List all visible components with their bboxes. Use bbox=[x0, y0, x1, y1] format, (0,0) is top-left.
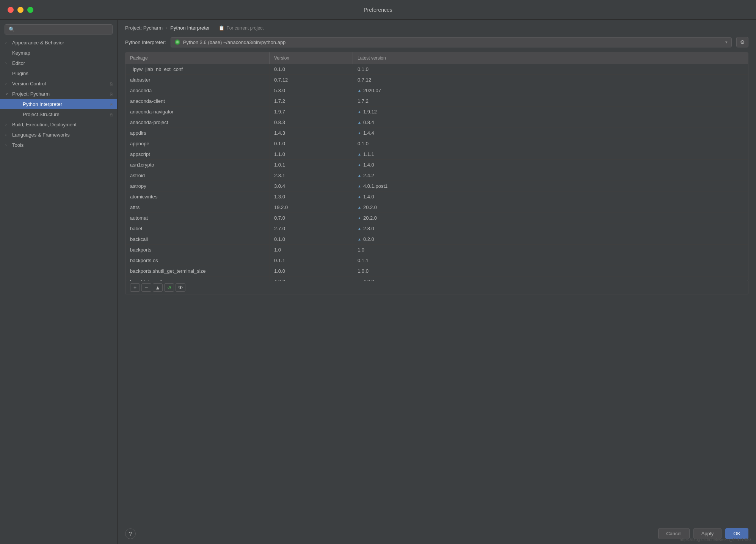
search-box[interactable]: 🔍 bbox=[5, 24, 113, 35]
table-row[interactable]: astropy3.0.4▲4.0.1.post1 bbox=[125, 181, 748, 192]
sidebar-item-appearance-behavior[interactable]: ›Appearance & Behavior bbox=[0, 38, 117, 48]
table-row[interactable]: anaconda-project0.8.3▲0.8.4 bbox=[125, 117, 748, 128]
latest-version-text: 0.1.0 bbox=[358, 141, 369, 146]
latest-version-text: 0.1.1 bbox=[358, 258, 369, 263]
remove-package-button[interactable]: − bbox=[141, 283, 151, 292]
eye-button[interactable]: 👁 bbox=[176, 283, 185, 292]
package-version: 1.9.7 bbox=[270, 107, 353, 117]
window-title: Preferences bbox=[364, 7, 392, 13]
sidebar-item-build-execution[interactable]: ›Build, Execution, Deployment bbox=[0, 119, 117, 130]
chevron-down-icon: ▾ bbox=[725, 40, 728, 45]
interpreter-value: Python 3.6 (base) ~/anaconda3/bin/python… bbox=[183, 39, 286, 45]
table-row[interactable]: asn1crypto1.0.1▲1.4.0 bbox=[125, 160, 748, 170]
table-row[interactable]: appscript1.1.0▲1.1.1 bbox=[125, 149, 748, 160]
close-button[interactable] bbox=[8, 7, 14, 13]
package-version: 5.3.0 bbox=[270, 85, 353, 96]
sidebar-item-tools[interactable]: ›Tools bbox=[0, 140, 117, 150]
search-input[interactable] bbox=[17, 27, 108, 32]
package-name: astropy bbox=[125, 181, 270, 191]
upgrade-arrow-icon: ▲ bbox=[358, 195, 361, 199]
package-latest-version: 0.1.0 bbox=[353, 138, 748, 149]
package-version: 4.8.0 bbox=[270, 277, 353, 281]
table-row[interactable]: anaconda5.3.0▲2020.07 bbox=[125, 85, 748, 96]
package-name: beautifulsoup4 bbox=[125, 277, 270, 281]
interpreter-settings-button[interactable]: ⚙ bbox=[736, 37, 748, 47]
sidebar-item-version-control[interactable]: ›Version Control⎘ bbox=[0, 79, 117, 89]
table-row[interactable]: alabaster0.7.120.7.12 bbox=[125, 75, 748, 85]
table-row[interactable]: anaconda-client1.7.21.7.2 bbox=[125, 96, 748, 107]
package-latest-version: ▲4.9.3 bbox=[353, 277, 748, 281]
table-row[interactable]: backcall0.1.0▲0.2.0 bbox=[125, 234, 748, 245]
reload-icon: ↺ bbox=[167, 285, 171, 291]
package-version: 1.0 bbox=[270, 245, 353, 255]
table-row[interactable]: astroid2.3.1▲2.4.2 bbox=[125, 170, 748, 181]
package-latest-version: 1.7.2 bbox=[353, 96, 748, 106]
package-name: automat bbox=[125, 213, 270, 223]
package-name: backports.os bbox=[125, 255, 270, 266]
table-row[interactable]: appnope0.1.00.1.0 bbox=[125, 138, 748, 149]
table-row[interactable]: _ipyw_jlab_nb_ext_conf0.1.00.1.0 bbox=[125, 64, 748, 75]
table-row[interactable]: backports.shutil_get_terminal_size1.0.01… bbox=[125, 266, 748, 277]
add-package-button[interactable]: + bbox=[130, 283, 140, 292]
latest-version-text: 2020.07 bbox=[363, 88, 381, 93]
table-row[interactable]: babel2.7.0▲2.8.0 bbox=[125, 223, 748, 234]
sidebar-item-editor[interactable]: ›Editor bbox=[0, 58, 117, 68]
sidebar-arrow-icon: ∨ bbox=[5, 92, 11, 96]
table-row[interactable]: anaconda-navigator1.9.7▲1.9.12 bbox=[125, 107, 748, 117]
table-row[interactable]: automat0.7.0▲20.2.0 bbox=[125, 213, 748, 223]
sidebar-item-keymap[interactable]: Keymap bbox=[0, 48, 117, 58]
breadcrumb-separator: › bbox=[166, 25, 167, 31]
upgrade-arrow-icon: ▲ bbox=[358, 226, 361, 231]
table-row[interactable]: backports.os0.1.10.1.1 bbox=[125, 255, 748, 266]
bottom-bar: ? Cancel Apply OK bbox=[118, 523, 756, 544]
package-version: 1.1.0 bbox=[270, 149, 353, 159]
upgrade-arrow-icon: ▲ bbox=[358, 280, 361, 281]
latest-version-text: 1.9.12 bbox=[363, 109, 377, 115]
latest-version-text: 0.2.0 bbox=[363, 236, 374, 242]
sidebar-item-project-pycharm[interactable]: ∨Project: Pycharm⎘ bbox=[0, 89, 117, 99]
content-area: Project: Pycharm › Python Interpreter 📋 … bbox=[118, 20, 756, 544]
sidebar-item-plugins[interactable]: Plugins bbox=[0, 68, 117, 79]
gear-icon: ⚙ bbox=[740, 39, 745, 45]
sidebar-item-label: Appearance & Behavior bbox=[12, 40, 64, 46]
package-version: 2.7.0 bbox=[270, 223, 353, 234]
help-button[interactable]: ? bbox=[125, 528, 136, 539]
sidebar-item-label: Python Interpreter bbox=[23, 101, 62, 107]
minimize-button[interactable] bbox=[17, 7, 24, 13]
table-row[interactable]: beautifulsoup44.8.0▲4.9.3 bbox=[125, 277, 748, 281]
breadcrumb-project: Project: Pycharm bbox=[125, 25, 163, 31]
maximize-button[interactable] bbox=[27, 7, 33, 13]
package-latest-version: 0.1.1 bbox=[353, 255, 748, 266]
sidebar-arrow-icon: › bbox=[5, 41, 11, 45]
reload-button[interactable]: ↺ bbox=[164, 283, 174, 292]
package-version: 0.1.0 bbox=[270, 234, 353, 244]
upgrade-arrow-icon: ▲ bbox=[358, 184, 361, 188]
package-name: appnope bbox=[125, 138, 270, 149]
sidebar-item-python-interpreter[interactable]: Python Interpreter⎘ bbox=[0, 99, 117, 109]
latest-version-text: 20.2.0 bbox=[363, 204, 377, 210]
package-version: 0.7.12 bbox=[270, 75, 353, 85]
interpreter-select[interactable]: Python 3.6 (base) ~/anaconda3/bin/python… bbox=[171, 37, 732, 47]
table-row[interactable]: backports1.01.0 bbox=[125, 245, 748, 255]
package-latest-version: ▲1.4.0 bbox=[353, 192, 748, 202]
sidebar: 🔍 ›Appearance & BehaviorKeymap›EditorPlu… bbox=[0, 20, 118, 544]
package-version: 1.7.2 bbox=[270, 96, 353, 106]
sidebar-arrow-icon: › bbox=[5, 82, 11, 86]
latest-version-text: 20.2.0 bbox=[363, 215, 377, 221]
sidebar-item-label: Editor bbox=[12, 60, 25, 66]
latest-version-text: 4.0.1.post1 bbox=[363, 183, 387, 189]
sidebar-arrow-icon: › bbox=[5, 123, 11, 127]
search-icon: 🔍 bbox=[9, 27, 15, 32]
package-latest-version: 0.7.12 bbox=[353, 75, 748, 85]
table-row[interactable]: atomicwrites1.3.0▲1.4.0 bbox=[125, 192, 748, 202]
latest-version-text: 1.1.1 bbox=[363, 151, 374, 157]
sidebar-item-languages-frameworks[interactable]: ›Languages & Frameworks bbox=[0, 130, 117, 140]
upgrade-arrow-icon: ▲ bbox=[358, 173, 361, 178]
sidebar-item-project-structure[interactable]: Project Structure⎘ bbox=[0, 109, 117, 119]
latest-version-text: 1.0 bbox=[358, 247, 364, 253]
upgrade-package-button[interactable]: ▲ bbox=[153, 283, 163, 292]
table-row[interactable]: attrs19.2.0▲20.2.0 bbox=[125, 202, 748, 213]
table-row[interactable]: appdirs1.4.3▲1.4.4 bbox=[125, 128, 748, 138]
copy-icon: ⎘ bbox=[110, 92, 113, 96]
upgrade-arrow-icon: ▲ bbox=[358, 237, 361, 241]
